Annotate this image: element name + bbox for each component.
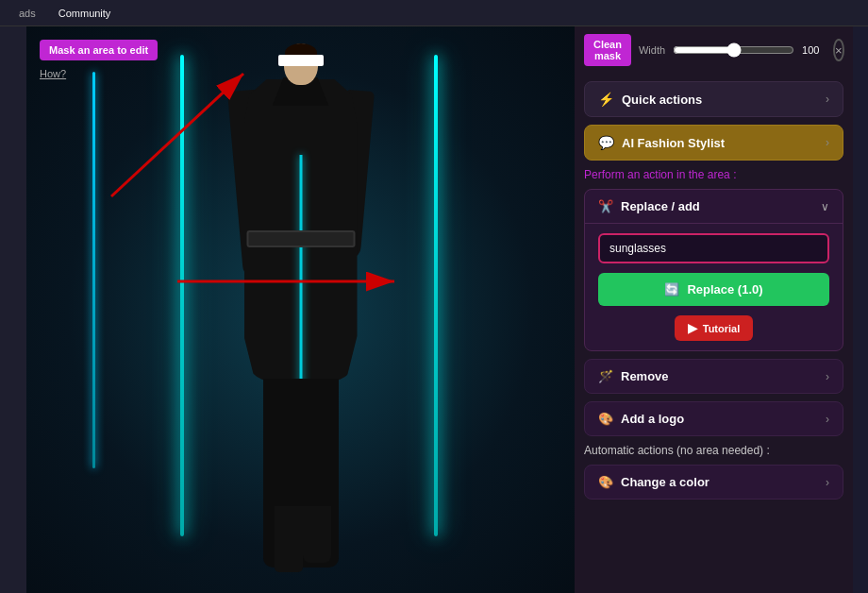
youtube-icon: ▶ — [688, 321, 697, 335]
change-color-chevron-icon: › — [826, 476, 829, 489]
image-area: Mask an area to edit How? — [26, 26, 575, 593]
tab-community[interactable]: Community — [51, 6, 119, 21]
replace-add-section: ✂️ Replace / add ∨ 🔄 Replace (1.0) ▶ Tut… — [584, 189, 843, 351]
close-button[interactable]: × — [833, 39, 844, 61]
neon-strip-right — [434, 55, 438, 536]
refresh-icon: 🔄 — [664, 282, 679, 296]
coat-stripe — [299, 155, 302, 400]
chevron-down-icon: ∨ — [821, 200, 829, 213]
clean-mask-button[interactable]: Clean mask — [584, 34, 631, 66]
neon-strip-left — [180, 55, 184, 536]
in-the-area-link[interactable]: in the area — [676, 168, 730, 181]
face-mask — [278, 55, 324, 66]
boot-left — [275, 506, 303, 572]
tutorial-label: Tutorial — [703, 323, 741, 334]
color-icon: 🎨 — [598, 475, 613, 489]
remove-left: 🪄 Remove — [598, 369, 669, 383]
add-logo-label: Add a logo — [621, 412, 684, 426]
bolt-icon: ⚡ — [598, 92, 614, 107]
add-logo-left: 🎨 Add a logo — [598, 412, 684, 426]
change-color-left: 🎨 Change a color — [598, 475, 709, 489]
fashion-image — [26, 26, 575, 593]
tutorial-button[interactable]: ▶ Tutorial — [675, 315, 754, 341]
remove-chevron-icon: › — [826, 370, 829, 383]
add-logo-button[interactable]: 🎨 Add a logo › — [584, 401, 843, 436]
replace-add-label: Replace / add — [621, 199, 700, 213]
left-sidebar — [0, 26, 26, 593]
add-logo-chevron-icon: › — [826, 413, 829, 426]
panel-top-bar: Clean mask Width 100 × — [575, 26, 853, 74]
replace-button[interactable]: 🔄 Replace (1.0) — [598, 273, 829, 306]
ai-stylist-left: 💬 AI Fashion Stylist — [598, 135, 725, 150]
remove-label: Remove — [621, 369, 669, 383]
replace-header-left: ✂️ Replace / add — [598, 199, 700, 213]
logo-icon: 🎨 — [598, 412, 613, 426]
quick-actions-left: ⚡ Quick actions — [598, 92, 702, 107]
mask-tooltip: Mask an area to edit — [40, 40, 158, 60]
auto-actions-label: Automatic actions (no area needed) : — [584, 444, 843, 457]
width-label: Width — [639, 44, 665, 56]
width-slider[interactable] — [673, 42, 794, 58]
replace-text-input[interactable] — [598, 233, 829, 263]
person-figure — [207, 43, 395, 565]
top-bar: ads Community — [0, 0, 868, 26]
change-color-button[interactable]: 🎨 Change a color › — [584, 465, 843, 500]
quick-actions-label: Quick actions — [622, 93, 702, 107]
scissors-icon: ✂️ — [598, 199, 613, 213]
ai-stylist-chevron-icon: › — [826, 136, 829, 149]
remove-button[interactable]: 🪄 Remove › — [584, 359, 843, 394]
how-link[interactable]: How? — [40, 68, 66, 79]
perform-action-label: Perform an action in the area : — [584, 168, 843, 181]
change-color-label: Change a color — [621, 475, 709, 489]
replace-content: 🔄 Replace (1.0) ▶ Tutorial — [585, 223, 843, 350]
person-body — [244, 79, 358, 381]
main-content: Mask an area to edit How? Clean mask Wid… — [0, 26, 868, 593]
right-sidebar — [853, 26, 868, 593]
quick-actions-button[interactable]: ⚡ Quick actions › — [584, 81, 843, 117]
chevron-right-icon: › — [826, 93, 829, 106]
neon-strip-far-left — [92, 72, 95, 468]
remove-icon: 🪄 — [598, 369, 613, 383]
width-value: 100 — [802, 44, 826, 56]
panel-body: ⚡ Quick actions › 💬 AI Fashion Stylist ›… — [575, 74, 853, 507]
replace-button-label: Replace (1.0) — [687, 282, 762, 296]
replace-add-header[interactable]: ✂️ Replace / add ∨ — [585, 190, 843, 223]
boot-right — [303, 506, 331, 563]
ai-stylist-button[interactable]: 💬 AI Fashion Stylist › — [584, 125, 843, 161]
ai-stylist-label: AI Fashion Stylist — [622, 136, 725, 150]
chat-icon: 💬 — [598, 135, 614, 150]
right-panel: Clean mask Width 100 × ⚡ Quick actions ›… — [575, 26, 853, 593]
tab-ads[interactable]: ads — [11, 6, 43, 21]
person-belt — [246, 230, 355, 247]
